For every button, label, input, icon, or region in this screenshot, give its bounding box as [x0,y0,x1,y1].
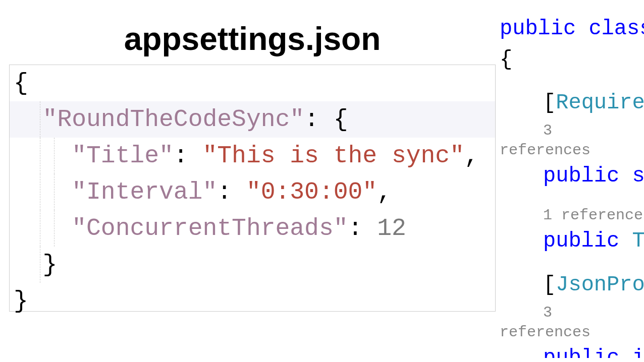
json-string: "This is the sync" [202,142,464,169]
type-name: JsonProp [556,273,644,297]
json-key: "RoundTheCodeSync" [43,106,304,133]
json-line: } [10,247,495,283]
csharp-editor[interactable]: public class { [Required 3 references pu… [500,15,644,358]
codelens-text: 3 references [500,122,591,159]
cs-line: public class [500,15,644,43]
json-line: "Title": "This is the sync", [10,138,495,174]
json-line: } [10,283,495,319]
codelens[interactable]: 1 reference [500,206,644,225]
json-line: { [10,65,495,101]
codelens-text: 1 reference [543,207,643,224]
bracket: [ [543,273,556,297]
json-key: "Title" [72,142,174,169]
json-string: "0:30:00" [246,178,377,206]
codelens[interactable]: 3 references [500,303,644,342]
brace-open: { [500,47,512,72]
colon: : [217,178,246,206]
comma: , [377,178,392,206]
keyword: public in [543,346,644,358]
brace-open: { [14,70,28,97]
keyword: public class [500,17,644,41]
file-title: appsettings.json [10,20,495,57]
json-key: "ConcurrentThreads" [72,215,348,242]
bracket: [ [543,91,556,115]
csharp-content: public class { [Required 3 references pu… [500,15,644,358]
json-line: "Interval": "0:30:00", [10,174,495,210]
keyword: public st [543,164,644,188]
codelens-text: 3 references [500,304,591,341]
brace-close: } [43,251,58,278]
json-line: "RoundTheCodeSync": { [10,101,495,138]
json-editor[interactable]: { "RoundTheCodeSync": { "Title": "This i… [9,65,496,312]
cs-line: [JsonProp [500,271,644,299]
json-number: 12 [377,215,406,242]
cs-line: { [500,46,644,74]
json-line: "ConcurrentThreads": 12 [10,210,495,247]
json-key: "Interval" [72,178,217,206]
brace-close: } [14,287,28,315]
colon: : [174,142,203,169]
cs-line: public in [500,344,644,358]
codelens[interactable]: 3 references [500,121,644,160]
comma: , [464,142,479,169]
colon: : [348,215,378,242]
cs-line: [Required [500,89,644,117]
json-content: { "RoundTheCodeSync": { "Title": "This i… [10,65,495,311]
cs-line: public st [500,162,644,190]
type-name: Required [556,91,644,115]
colon-brace: : { [304,106,348,133]
cs-line: public Ti [500,227,644,255]
